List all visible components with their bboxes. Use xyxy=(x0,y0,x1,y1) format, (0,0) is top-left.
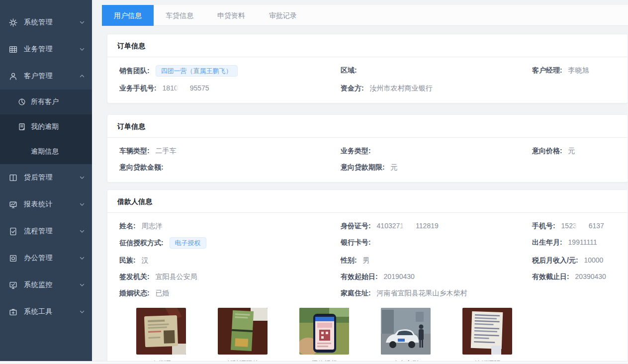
sidebar-item-report-stats[interactable]: 报表统计 xyxy=(0,191,92,218)
order-info-card-1: 订单信息 销售团队: 四团一营（直属王鹏飞） 区域: 客户经理: 李晓旭 xyxy=(107,34,628,103)
sidebar-item-label: 所有客户 xyxy=(31,97,59,106)
field-label: 意向价格: xyxy=(532,147,562,155)
field-label: 民族: xyxy=(119,256,136,264)
sidebar-item-my-overdue[interactable]: 我的逾期 xyxy=(0,114,92,139)
credit-auth-tag[interactable]: 电子授权 xyxy=(170,237,206,249)
field-bank-card-number: 银行卡号: xyxy=(341,237,532,249)
sidebar-item-label: 客户管理 xyxy=(24,72,79,81)
field-value: 元 xyxy=(391,163,398,171)
sidebar-item-system-monitor[interactable]: 系统监控 xyxy=(0,272,92,298)
redaction-blur xyxy=(577,223,589,229)
field-label: 销售团队: xyxy=(119,67,150,75)
field-valid-from: 有效起始日: 20190430 xyxy=(341,272,532,281)
notebook-icon xyxy=(18,123,26,131)
field-value: 15236137 xyxy=(561,222,604,230)
field-label: 意向贷款金额: xyxy=(119,163,164,171)
sidebar-item-label: 流程管理 xyxy=(24,227,79,236)
field-credit-auth-method: 征信授权方式: 电子授权 xyxy=(119,237,341,249)
field-monthly-income: 税后月收入/元: 10000 xyxy=(532,255,616,265)
id-card-photo[interactable]: 身份证 xyxy=(136,308,186,364)
sidebar-item-label: 系统工具 xyxy=(24,307,79,316)
tab-loan-application-docs[interactable]: 申贷资料 xyxy=(205,5,257,26)
field-name: 姓名: 周志洋 xyxy=(119,221,341,231)
field-gender: 性别: 男 xyxy=(341,255,532,265)
field-value: 10000 xyxy=(584,256,603,264)
redaction-blur xyxy=(178,85,190,91)
table-icon xyxy=(9,45,17,54)
field-funder: 资金方: 汝州市农村商业银行 xyxy=(341,83,532,93)
sidebar-item-overdue-info[interactable]: 逾期信息 xyxy=(0,139,92,164)
license-photo[interactable]: 驾驶证照片 xyxy=(218,308,268,364)
sidebar-item-label: 逾期信息 xyxy=(31,147,59,156)
chevron-down-icon xyxy=(79,19,85,25)
horizontal-scrollbar[interactable] xyxy=(0,361,628,364)
field-value: 汉 xyxy=(142,256,149,264)
chevron-down-icon xyxy=(79,309,85,315)
sidebar-item-label: 业务管理 xyxy=(24,45,79,54)
field-valid-to: 有效截止日: 20390430 xyxy=(532,272,616,281)
field-value: 男 xyxy=(363,256,370,264)
field-value: 4103271112819 xyxy=(377,222,439,230)
tab-approval-records[interactable]: 审批记录 xyxy=(257,5,309,26)
sidebar-item-system-mgmt[interactable]: 系统管理 xyxy=(0,9,92,36)
card-title: 订单信息 xyxy=(107,34,628,57)
field-business-type: 业务类型: xyxy=(341,146,532,156)
detail-tabs: 用户信息 车贷信息 申贷资料 审批记录 xyxy=(102,5,628,26)
field-label: 意向贷款期限: xyxy=(341,163,385,171)
sidebar-item-label: 报表统计 xyxy=(24,200,79,209)
sales-team-tag[interactable]: 四团一营（直属王鹏飞） xyxy=(156,65,238,77)
borrower-info-card: 借款人信息 姓名: 周志洋 身份证号: 4103271112819 手机号: 1… xyxy=(107,189,628,364)
person-car-photo[interactable]: 人车合影 xyxy=(381,308,431,364)
sidebar-item-postloan-mgmt[interactable]: 贷后管理 xyxy=(0,164,92,191)
field-birth-date: 出生年月: 19911111 xyxy=(532,237,616,249)
id-card-photo-thumbnail xyxy=(136,308,186,355)
field-value: 宜阳县公安局 xyxy=(156,273,197,280)
field-home-address: 家庭住址: 河南省宜阳县花果山乡木柴村 xyxy=(341,288,532,298)
field-label: 性别: xyxy=(341,256,357,264)
field-label: 姓名: xyxy=(119,222,136,230)
office-box-icon xyxy=(9,254,17,263)
field-value: 181095575 xyxy=(163,84,209,92)
field-issuing-authority: 签发机关: 宜阳县公安局 xyxy=(119,272,341,281)
monitor-check-icon xyxy=(9,281,17,289)
toolbox-icon xyxy=(9,308,17,316)
field-value: 19911111 xyxy=(568,238,597,246)
field-value: 元 xyxy=(568,147,575,155)
tab-car-loan-info[interactable]: 车贷信息 xyxy=(154,5,205,26)
field-label: 税后月收入/元: xyxy=(532,256,578,264)
field-vehicle-type: 车辆类型: 二手车 xyxy=(119,146,341,156)
chart-monitor-icon xyxy=(9,200,17,209)
chevron-down-icon xyxy=(79,255,85,261)
field-value: 20390430 xyxy=(575,273,606,280)
person-car-photo-thumbnail xyxy=(381,308,431,355)
sidebar-item-business-mgmt[interactable]: 业务管理 xyxy=(0,36,92,63)
license-photo-thumbnail xyxy=(218,308,268,355)
gear-icon xyxy=(9,18,17,27)
sidebar-item-all-customers[interactable]: 所有客户 xyxy=(0,90,92,114)
field-value: 李晓旭 xyxy=(568,66,589,74)
chevron-down-icon xyxy=(79,175,85,181)
sidebar-item-system-tools[interactable]: 系统工具 xyxy=(0,298,92,325)
customer-mgmt-submenu: 所有客户 我的逾期 逾期信息 xyxy=(0,90,92,164)
document-photo[interactable]: 结婚证明 xyxy=(462,308,512,364)
borrower-photos: 身份证 xyxy=(136,308,616,364)
field-intent-loan-amount: 意向贷款金额: xyxy=(119,162,341,172)
open-book-icon xyxy=(9,174,17,182)
tab-user-info[interactable]: 用户信息 xyxy=(102,5,154,26)
field-label: 有效截止日: xyxy=(532,273,569,280)
field-label: 手机号: xyxy=(532,222,555,230)
auth-qr-photo[interactable]: 征信授权 xyxy=(299,308,349,364)
field-account-manager: 客户经理: 李晓旭 xyxy=(532,65,616,77)
sidebar-item-customer-mgmt[interactable]: 客户管理 xyxy=(0,63,92,90)
sidebar-item-label: 系统监控 xyxy=(24,280,79,289)
chevron-down-icon xyxy=(79,282,85,288)
pie-chart-icon xyxy=(18,98,26,106)
chevron-down-icon xyxy=(79,46,85,52)
customer-icon xyxy=(9,72,17,81)
sidebar-item-label: 办公管理 xyxy=(24,254,79,263)
flow-doc-icon xyxy=(9,227,17,236)
chevron-down-icon xyxy=(79,201,85,207)
sidebar-item-office-mgmt[interactable]: 办公管理 xyxy=(0,245,92,272)
field-label: 客户经理: xyxy=(532,66,562,74)
sidebar-item-process-mgmt[interactable]: 流程管理 xyxy=(0,218,92,245)
